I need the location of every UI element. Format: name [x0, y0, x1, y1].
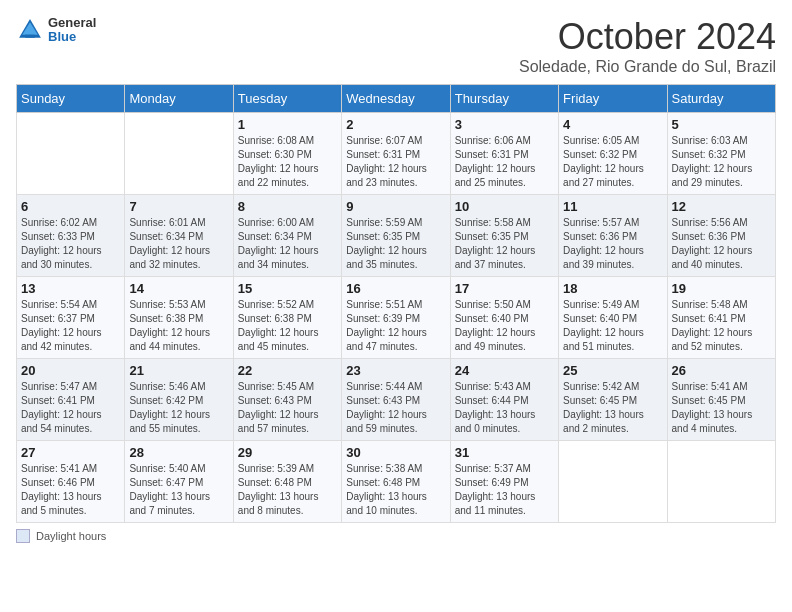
day-info: Sunrise: 5:37 AMSunset: 6:49 PMDaylight:… — [455, 462, 554, 518]
day-number: 3 — [455, 117, 554, 132]
day-number: 21 — [129, 363, 228, 378]
day-info: Sunrise: 5:41 AMSunset: 6:46 PMDaylight:… — [21, 462, 120, 518]
day-info: Sunrise: 5:56 AMSunset: 6:36 PMDaylight:… — [672, 216, 771, 272]
calendar-cell: 13Sunrise: 5:54 AMSunset: 6:37 PMDayligh… — [17, 277, 125, 359]
day-number: 22 — [238, 363, 337, 378]
daylight-legend-box — [16, 529, 30, 543]
day-number: 31 — [455, 445, 554, 460]
day-number: 17 — [455, 281, 554, 296]
calendar-cell: 15Sunrise: 5:52 AMSunset: 6:38 PMDayligh… — [233, 277, 341, 359]
day-info: Sunrise: 5:38 AMSunset: 6:48 PMDaylight:… — [346, 462, 445, 518]
calendar-cell — [17, 113, 125, 195]
day-info: Sunrise: 5:54 AMSunset: 6:37 PMDaylight:… — [21, 298, 120, 354]
weekday-header: Tuesday — [233, 85, 341, 113]
day-info: Sunrise: 5:42 AMSunset: 6:45 PMDaylight:… — [563, 380, 662, 436]
location: Soledade, Rio Grande do Sul, Brazil — [519, 58, 776, 76]
weekday-header: Wednesday — [342, 85, 450, 113]
calendar-cell: 21Sunrise: 5:46 AMSunset: 6:42 PMDayligh… — [125, 359, 233, 441]
calendar-week-row: 20Sunrise: 5:47 AMSunset: 6:41 PMDayligh… — [17, 359, 776, 441]
day-number: 18 — [563, 281, 662, 296]
svg-marker-1 — [22, 23, 38, 35]
page-header: General Blue October 2024 Soledade, Rio … — [16, 16, 776, 76]
logo-icon — [16, 16, 44, 44]
calendar-cell: 17Sunrise: 5:50 AMSunset: 6:40 PMDayligh… — [450, 277, 558, 359]
day-number: 12 — [672, 199, 771, 214]
calendar-cell: 19Sunrise: 5:48 AMSunset: 6:41 PMDayligh… — [667, 277, 775, 359]
daylight-legend-label: Daylight hours — [36, 530, 106, 542]
weekday-header: Monday — [125, 85, 233, 113]
day-info: Sunrise: 5:48 AMSunset: 6:41 PMDaylight:… — [672, 298, 771, 354]
calendar-cell: 11Sunrise: 5:57 AMSunset: 6:36 PMDayligh… — [559, 195, 667, 277]
day-info: Sunrise: 5:44 AMSunset: 6:43 PMDaylight:… — [346, 380, 445, 436]
day-info: Sunrise: 6:05 AMSunset: 6:32 PMDaylight:… — [563, 134, 662, 190]
day-number: 23 — [346, 363, 445, 378]
calendar-cell: 7Sunrise: 6:01 AMSunset: 6:34 PMDaylight… — [125, 195, 233, 277]
day-number: 19 — [672, 281, 771, 296]
day-info: Sunrise: 6:08 AMSunset: 6:30 PMDaylight:… — [238, 134, 337, 190]
day-info: Sunrise: 5:39 AMSunset: 6:48 PMDaylight:… — [238, 462, 337, 518]
calendar-cell: 6Sunrise: 6:02 AMSunset: 6:33 PMDaylight… — [17, 195, 125, 277]
day-number: 7 — [129, 199, 228, 214]
day-number: 10 — [455, 199, 554, 214]
weekday-header-row: SundayMondayTuesdayWednesdayThursdayFrid… — [17, 85, 776, 113]
weekday-header: Friday — [559, 85, 667, 113]
calendar-cell: 20Sunrise: 5:47 AMSunset: 6:41 PMDayligh… — [17, 359, 125, 441]
month-title: October 2024 — [519, 16, 776, 58]
day-number: 13 — [21, 281, 120, 296]
calendar-week-row: 6Sunrise: 6:02 AMSunset: 6:33 PMDaylight… — [17, 195, 776, 277]
day-number: 16 — [346, 281, 445, 296]
calendar-table: SundayMondayTuesdayWednesdayThursdayFrid… — [16, 84, 776, 523]
day-info: Sunrise: 5:58 AMSunset: 6:35 PMDaylight:… — [455, 216, 554, 272]
logo-text: General Blue — [48, 16, 96, 45]
day-info: Sunrise: 5:59 AMSunset: 6:35 PMDaylight:… — [346, 216, 445, 272]
day-number: 27 — [21, 445, 120, 460]
day-info: Sunrise: 6:00 AMSunset: 6:34 PMDaylight:… — [238, 216, 337, 272]
calendar-cell: 14Sunrise: 5:53 AMSunset: 6:38 PMDayligh… — [125, 277, 233, 359]
calendar-cell: 12Sunrise: 5:56 AMSunset: 6:36 PMDayligh… — [667, 195, 775, 277]
day-info: Sunrise: 6:06 AMSunset: 6:31 PMDaylight:… — [455, 134, 554, 190]
day-number: 29 — [238, 445, 337, 460]
calendar-cell: 27Sunrise: 5:41 AMSunset: 6:46 PMDayligh… — [17, 441, 125, 523]
day-info: Sunrise: 5:41 AMSunset: 6:45 PMDaylight:… — [672, 380, 771, 436]
calendar-week-row: 27Sunrise: 5:41 AMSunset: 6:46 PMDayligh… — [17, 441, 776, 523]
day-number: 28 — [129, 445, 228, 460]
calendar-cell: 9Sunrise: 5:59 AMSunset: 6:35 PMDaylight… — [342, 195, 450, 277]
day-number: 15 — [238, 281, 337, 296]
calendar-cell: 25Sunrise: 5:42 AMSunset: 6:45 PMDayligh… — [559, 359, 667, 441]
calendar-week-row: 13Sunrise: 5:54 AMSunset: 6:37 PMDayligh… — [17, 277, 776, 359]
day-number: 6 — [21, 199, 120, 214]
weekday-header: Thursday — [450, 85, 558, 113]
weekday-header: Sunday — [17, 85, 125, 113]
day-number: 11 — [563, 199, 662, 214]
logo-blue: Blue — [48, 30, 96, 44]
day-info: Sunrise: 5:47 AMSunset: 6:41 PMDaylight:… — [21, 380, 120, 436]
day-number: 26 — [672, 363, 771, 378]
calendar-cell: 29Sunrise: 5:39 AMSunset: 6:48 PMDayligh… — [233, 441, 341, 523]
calendar-cell: 2Sunrise: 6:07 AMSunset: 6:31 PMDaylight… — [342, 113, 450, 195]
day-info: Sunrise: 5:46 AMSunset: 6:42 PMDaylight:… — [129, 380, 228, 436]
day-info: Sunrise: 5:49 AMSunset: 6:40 PMDaylight:… — [563, 298, 662, 354]
calendar-cell: 4Sunrise: 6:05 AMSunset: 6:32 PMDaylight… — [559, 113, 667, 195]
day-number: 8 — [238, 199, 337, 214]
day-number: 30 — [346, 445, 445, 460]
day-number: 14 — [129, 281, 228, 296]
day-number: 24 — [455, 363, 554, 378]
day-number: 9 — [346, 199, 445, 214]
weekday-header: Saturday — [667, 85, 775, 113]
calendar-cell: 28Sunrise: 5:40 AMSunset: 6:47 PMDayligh… — [125, 441, 233, 523]
day-info: Sunrise: 5:43 AMSunset: 6:44 PMDaylight:… — [455, 380, 554, 436]
day-info: Sunrise: 5:52 AMSunset: 6:38 PMDaylight:… — [238, 298, 337, 354]
day-info: Sunrise: 5:50 AMSunset: 6:40 PMDaylight:… — [455, 298, 554, 354]
day-info: Sunrise: 6:07 AMSunset: 6:31 PMDaylight:… — [346, 134, 445, 190]
calendar-cell: 1Sunrise: 6:08 AMSunset: 6:30 PMDaylight… — [233, 113, 341, 195]
calendar-cell: 16Sunrise: 5:51 AMSunset: 6:39 PMDayligh… — [342, 277, 450, 359]
calendar-cell: 31Sunrise: 5:37 AMSunset: 6:49 PMDayligh… — [450, 441, 558, 523]
day-info: Sunrise: 5:45 AMSunset: 6:43 PMDaylight:… — [238, 380, 337, 436]
calendar-cell: 3Sunrise: 6:06 AMSunset: 6:31 PMDaylight… — [450, 113, 558, 195]
title-block: October 2024 Soledade, Rio Grande do Sul… — [519, 16, 776, 76]
calendar-week-row: 1Sunrise: 6:08 AMSunset: 6:30 PMDaylight… — [17, 113, 776, 195]
calendar-cell — [125, 113, 233, 195]
svg-rect-2 — [25, 35, 34, 38]
logo: General Blue — [16, 16, 96, 45]
day-info: Sunrise: 6:03 AMSunset: 6:32 PMDaylight:… — [672, 134, 771, 190]
